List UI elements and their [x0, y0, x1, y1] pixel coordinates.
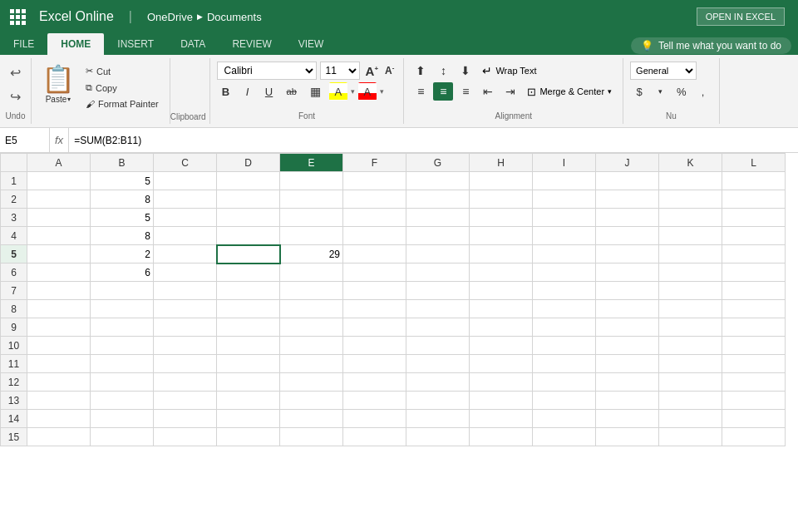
col-header-F[interactable]: F [343, 154, 406, 172]
cell[interactable] [722, 373, 786, 392]
tab-home[interactable]: HOME [47, 33, 104, 55]
fill-color-button[interactable]: A [329, 82, 347, 101]
cell[interactable] [722, 318, 786, 337]
cell[interactable] [533, 227, 596, 245]
cell[interactable] [343, 282, 406, 300]
cell[interactable] [27, 392, 91, 410]
cell[interactable] [722, 209, 786, 227]
cell[interactable] [659, 410, 722, 428]
cell[interactable] [27, 300, 91, 318]
cell[interactable] [217, 300, 280, 318]
cell[interactable] [722, 245, 786, 264]
col-header-K[interactable]: K [659, 154, 722, 172]
cell[interactable] [27, 428, 91, 446]
format-painter-button[interactable]: 🖌 Format Painter [81, 96, 163, 111]
cell[interactable] [722, 300, 786, 318]
cell[interactable]: 8 [91, 227, 154, 245]
cell[interactable] [596, 282, 659, 300]
cell[interactable] [722, 337, 786, 355]
col-header-L[interactable]: L [722, 154, 786, 172]
cell[interactable] [154, 410, 217, 428]
open-excel-button[interactable]: OPEN IN EXCEL [697, 7, 785, 26]
cell[interactable] [27, 410, 91, 428]
cell[interactable] [154, 392, 217, 410]
cell[interactable] [470, 282, 533, 300]
row-header-11[interactable]: 11 [1, 355, 27, 373]
cell[interactable] [27, 227, 91, 245]
cell[interactable] [217, 428, 280, 446]
cell[interactable] [406, 300, 470, 318]
cell[interactable] [406, 373, 470, 392]
cell[interactable] [280, 227, 343, 245]
cell[interactable] [596, 392, 659, 410]
cell[interactable] [27, 318, 91, 337]
cell[interactable] [343, 209, 406, 227]
cell[interactable] [280, 300, 343, 318]
cell[interactable] [533, 300, 596, 318]
col-header-A[interactable]: A [27, 154, 91, 172]
font-size-select[interactable]: 11 [320, 62, 360, 80]
cell[interactable] [659, 282, 722, 300]
font-color-arrow[interactable]: ▾ [380, 87, 384, 96]
cell[interactable] [217, 190, 280, 209]
cell[interactable] [659, 264, 722, 282]
paste-button[interactable]: 📋 Paste ▾ [38, 62, 78, 106]
cell[interactable] [533, 190, 596, 209]
col-header-B[interactable]: B [91, 154, 154, 172]
cell[interactable] [596, 355, 659, 373]
cell[interactable] [343, 245, 406, 264]
cell[interactable] [154, 428, 217, 446]
cell[interactable] [154, 318, 217, 337]
dollar-button[interactable]: $ [630, 82, 648, 101]
align-right-button[interactable]: ≡ [456, 82, 475, 101]
cell[interactable] [343, 300, 406, 318]
dollar-arrow[interactable]: ▾ [651, 82, 669, 101]
cell[interactable] [659, 209, 722, 227]
cell[interactable] [406, 209, 470, 227]
cell[interactable]: 2 [91, 245, 154, 264]
cell[interactable] [533, 373, 596, 392]
cell[interactable] [470, 392, 533, 410]
cell[interactable] [596, 318, 659, 337]
font-shrink-button[interactable]: A- [382, 63, 397, 79]
align-left-button[interactable]: ≡ [411, 82, 431, 101]
cell[interactable] [406, 428, 470, 446]
cell[interactable] [596, 337, 659, 355]
grid-icon[interactable] [10, 9, 26, 25]
row-header-5[interactable]: 5 [1, 245, 27, 264]
font-name-select[interactable]: Calibri [217, 62, 317, 80]
cell[interactable] [470, 190, 533, 209]
cell[interactable] [343, 392, 406, 410]
cell[interactable] [154, 264, 217, 282]
row-header-12[interactable]: 12 [1, 373, 27, 392]
cell[interactable] [722, 392, 786, 410]
align-bottom-button[interactable]: ⬇ [456, 62, 475, 80]
cell[interactable] [343, 318, 406, 337]
cell[interactable] [154, 245, 217, 264]
cell[interactable] [91, 318, 154, 337]
cell[interactable] [91, 300, 154, 318]
row-header-13[interactable]: 13 [1, 392, 27, 410]
col-header-C[interactable]: C [154, 154, 217, 172]
cell[interactable] [722, 172, 786, 190]
cell[interactable] [280, 428, 343, 446]
cell[interactable] [217, 392, 280, 410]
cell[interactable] [91, 373, 154, 392]
cell[interactable] [470, 227, 533, 245]
cell[interactable] [406, 264, 470, 282]
copy-button[interactable]: ⧉ Copy [81, 80, 163, 96]
cell[interactable] [343, 172, 406, 190]
tab-view[interactable]: VIEW [285, 33, 337, 55]
comma-button[interactable]: , [694, 82, 712, 101]
cell[interactable] [659, 318, 722, 337]
strikethrough-button[interactable]: ab [282, 82, 302, 101]
cell[interactable] [154, 373, 217, 392]
cell[interactable] [217, 245, 280, 264]
cell[interactable] [280, 264, 343, 282]
merge-center-arrow[interactable]: ▾ [608, 87, 612, 96]
cell[interactable] [217, 227, 280, 245]
cell[interactable] [596, 373, 659, 392]
cell[interactable] [343, 190, 406, 209]
cell[interactable] [280, 318, 343, 337]
cell[interactable] [470, 337, 533, 355]
